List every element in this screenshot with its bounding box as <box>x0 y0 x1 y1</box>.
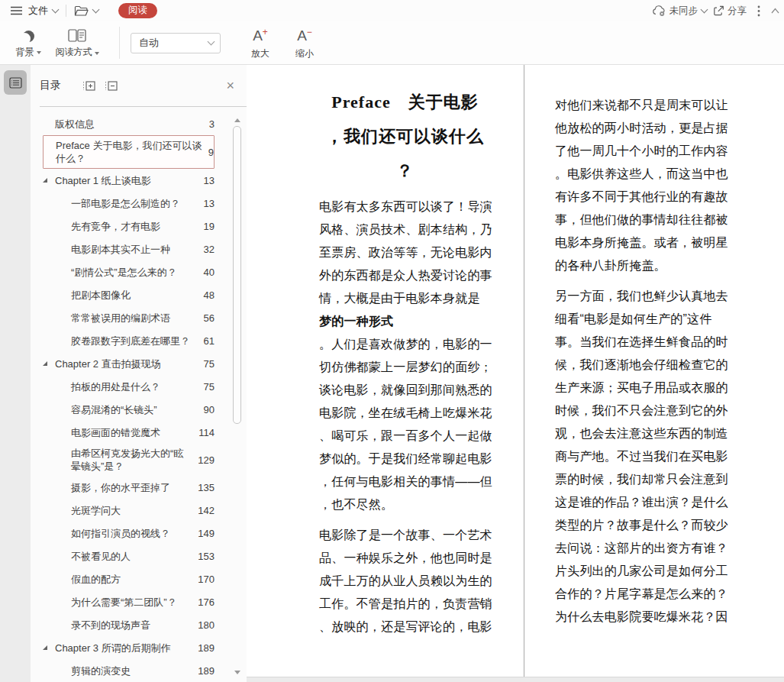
toc-item[interactable]: 常常被误用的编剧术语56 <box>43 306 215 329</box>
document-area: Preface 关于电影，我们还可以谈什么？ 电影有太多东西可以谈了！导演风格、… <box>247 65 784 682</box>
toc-item[interactable]: 胶卷跟数字到底差在哪里？61 <box>43 329 215 352</box>
toc-item-page-number: 56 <box>204 312 215 324</box>
toc-item-page-number: 19 <box>204 221 215 232</box>
text-line: 他放松的两小时活动，更是占据 <box>555 117 728 140</box>
titlebar-divider <box>66 5 66 17</box>
reading-mode-label: 阅读方式 <box>56 46 92 59</box>
toc-item[interactable]: 录不到的现场声音180 <box>43 613 215 636</box>
toc-item[interactable]: 容易混淆的“长镜头”90 <box>43 398 215 421</box>
scroll-up-arrow-icon[interactable] <box>234 115 240 122</box>
close-sidebar-icon[interactable]: × <box>226 79 234 92</box>
caret-down-icon <box>37 51 41 57</box>
toc-item[interactable]: 一部电影是怎么制造的？13 <box>43 192 215 215</box>
share-button[interactable]: 分享 <box>713 5 747 18</box>
toc-item-label: 不被看见的人 <box>71 547 195 566</box>
scroll-down-arrow-icon[interactable] <box>234 671 240 677</box>
toc-item[interactable]: 先有竞争，才有电影19 <box>43 215 215 238</box>
toc-item[interactable]: 电影剧本其实不止一种32 <box>43 238 215 260</box>
toc-item-label: 录不到的现场声音 <box>71 616 195 635</box>
triangle-expanded-icon <box>43 645 47 650</box>
toc-item-label: 电影画面的错觉魔术 <box>71 423 195 442</box>
toc-item[interactable]: Chapter 2 直击拍摄现场75 <box>43 352 215 375</box>
text-line: 事。当我们在选择生鲜食品的时 <box>555 331 728 354</box>
text-line: 成千上万的从业人员赖以为生的 <box>319 570 491 593</box>
sync-status-button[interactable]: 未同步 <box>652 5 708 18</box>
toc-item-label: 常常被误用的编剧术语 <box>71 309 201 328</box>
sync-status-label: 未同步 <box>669 5 699 18</box>
background-button[interactable]: 背景 <box>9 27 47 59</box>
toc-item-label: 由希区柯克发扬光大的“眩晕镜头”是？ <box>71 444 195 476</box>
zoom-in-button[interactable]: A+ 放大 <box>244 25 277 60</box>
hamburger-menu-icon[interactable] <box>11 6 22 15</box>
toc-item[interactable]: 由希区柯克发扬光大的“眩晕镜头”是？129 <box>43 444 215 476</box>
toc-item[interactable]: 拍板的用处是什么？75 <box>43 375 215 398</box>
toc-item[interactable]: Preface 关于电影，我们还可以谈什么？9 <box>43 135 215 169</box>
toc-item[interactable]: 版权信息3 <box>43 112 215 135</box>
reading-mode-button[interactable]: 阅读方式 <box>47 27 107 59</box>
toc-item[interactable]: 假血的配方170 <box>43 567 215 590</box>
toc-item[interactable]: 不被看见的人153 <box>43 545 215 567</box>
text-line: 的各种八卦所掩盖。 <box>555 254 728 277</box>
toc-list-icon <box>9 77 22 89</box>
text-line: 工作。不管是拍片的，负责营销 <box>319 593 491 616</box>
chevron-down-icon <box>52 6 60 14</box>
text-line: 梦似的。于是我们经常聊起电影 <box>319 448 491 470</box>
toc-item[interactable]: 剪辑的演变史189 <box>43 659 215 682</box>
collapse-toolbar-icon[interactable] <box>771 8 779 14</box>
toc-item-page-number: 40 <box>204 267 215 278</box>
toc-item-label: 胶卷跟数字到底差在哪里？ <box>71 331 201 351</box>
toc-item[interactable]: 把剧本图像化48 <box>43 283 215 306</box>
file-menu[interactable]: 文件 <box>11 4 58 18</box>
scrollbar-thumb[interactable] <box>233 126 241 424</box>
toc-item[interactable]: 如何指引演员的视线？149 <box>43 522 215 545</box>
more-menu-icon[interactable] <box>757 5 760 17</box>
toc-item-label: 一部电影是怎么制造的？ <box>71 194 201 213</box>
text-line: 、放映的，还是写评论的，电影 <box>319 616 491 638</box>
toc-item-label: 电影剧本其实不止一种 <box>71 240 201 259</box>
text-line: 这是谁的作品？谁出演？是什么 <box>555 491 728 514</box>
zoom-mode-select[interactable]: 自动 <box>131 33 221 53</box>
read-mode-badge[interactable]: 阅读 <box>118 3 157 18</box>
toc-item-label: 容易混淆的“长镜头” <box>71 400 201 419</box>
toc-item-label: 假血的配方 <box>71 570 195 589</box>
text-line: 时候，我们不只会注意到它的外 <box>555 399 728 422</box>
tree-collapse-triangle-icon[interactable] <box>43 361 55 366</box>
tree-collapse-triangle-icon[interactable] <box>43 645 55 650</box>
text-line: 了他一周几十个小时的工作内容 <box>555 140 728 163</box>
text-line: 类型的片？故事是什么？而较少 <box>555 514 728 537</box>
toc-item-page-number: 170 <box>198 574 215 585</box>
zoom-out-button[interactable]: A− 缩小 <box>288 25 321 60</box>
toc-item-page-number: 114 <box>198 427 215 438</box>
text-line: 事，但他们做的事情却往往都被 <box>555 208 728 231</box>
toc-item-page-number: 61 <box>204 335 215 347</box>
toc-scrollbar[interactable] <box>233 115 242 677</box>
toc-item-page-number: 149 <box>198 528 215 539</box>
text-line: 票的时候，我们却常只会注意到 <box>555 468 728 491</box>
ribbon-separator <box>119 27 120 59</box>
expand-all-icon[interactable] <box>82 81 95 91</box>
open-file-button[interactable] <box>74 5 98 17</box>
toc-item[interactable]: 为什么需要“第二团队”？176 <box>43 590 215 613</box>
file-menu-label[interactable]: 文件 <box>28 4 48 18</box>
toc-item[interactable]: Chapter 3 所谓的后期制作189 <box>43 636 215 659</box>
toc-item[interactable]: Chapter 1 纸上谈电影13 <box>43 169 215 192</box>
toc-item-page-number: 13 <box>204 198 215 209</box>
toc-item-page-number: 75 <box>204 358 215 370</box>
toc-item[interactable]: 摄影，你的水平歪掉了135 <box>43 476 215 499</box>
text-line: 情，大概是由于电影本身就是 <box>319 287 491 310</box>
toc-item-label: 版权信息 <box>55 115 206 134</box>
toc-item-page-number: 189 <box>198 642 215 654</box>
title-line: ，我们还可以谈什么 <box>319 119 491 154</box>
toc-item[interactable]: 光斑学问大142 <box>43 499 215 522</box>
tree-collapse-triangle-icon[interactable] <box>43 178 55 183</box>
page-right: 对他们来说都不只是周末可以让他放松的两小时活动，更是占据了他一周几十个小时的工作… <box>524 65 784 677</box>
toc-toggle-button[interactable] <box>4 70 27 95</box>
toc-item[interactable]: 电影画面的错觉魔术114 <box>43 421 215 444</box>
triangle-expanded-icon <box>43 361 47 366</box>
folder-open-icon <box>74 5 89 17</box>
toc-item-label: Chapter 2 直击拍摄现场 <box>55 354 201 373</box>
toc-sidebar: 目录 × 版权信息3Preface 关于电影，我们还可以谈什么？9Chapter… <box>31 65 247 682</box>
toc-item-page-number: 176 <box>198 596 215 608</box>
toc-item[interactable]: “剧情公式”是怎么来的？40 <box>43 260 215 283</box>
collapse-all-icon[interactable] <box>105 81 118 91</box>
